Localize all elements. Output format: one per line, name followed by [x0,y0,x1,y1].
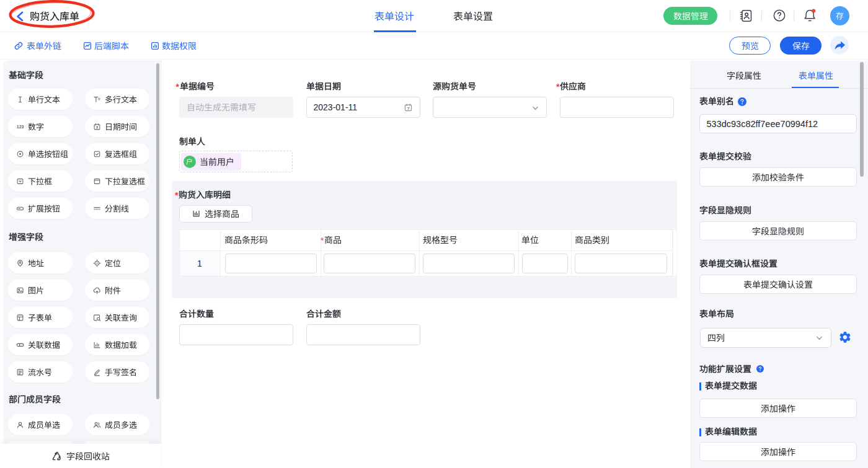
svg-text:123: 123 [17,125,24,129]
